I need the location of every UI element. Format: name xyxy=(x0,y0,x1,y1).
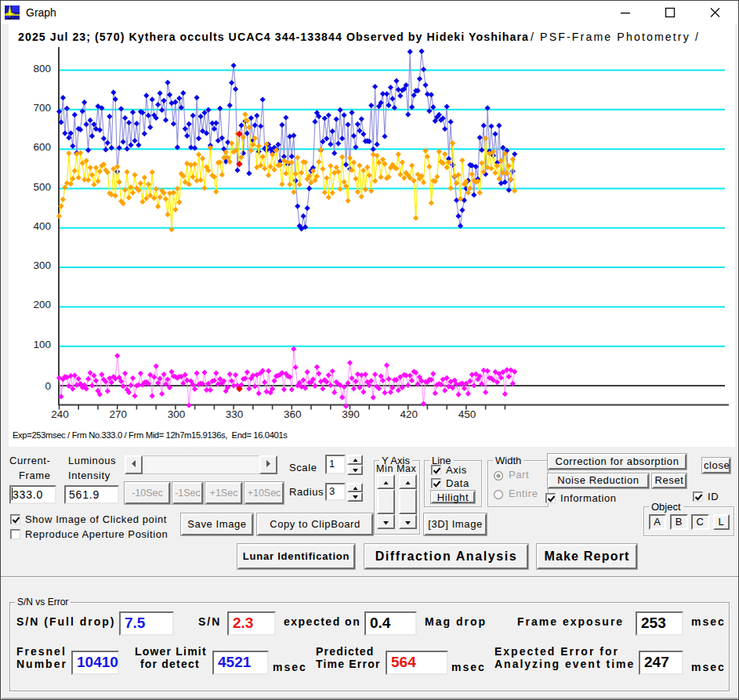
svg-text:2025 Jul 23; (570) Kythera occ: 2025 Jul 23; (570) Kythera occults UCAC4… xyxy=(18,31,529,43)
svg-text:300: 300 xyxy=(33,259,51,271)
svg-text:Exp=253msec / Frm No.333.0 / F: Exp=253msec / Frm No.333.0 / Frm Mid= 12… xyxy=(13,430,288,440)
svg-text:700: 700 xyxy=(33,102,51,114)
svg-text:800: 800 xyxy=(33,63,51,74)
svg-text:200: 200 xyxy=(33,299,51,310)
svg-text:420: 420 xyxy=(400,408,418,420)
svg-text:390: 390 xyxy=(342,408,360,420)
svg-text:500: 500 xyxy=(33,181,51,193)
svg-text:330: 330 xyxy=(226,408,244,420)
svg-text:240: 240 xyxy=(51,408,69,420)
svg-text:450: 450 xyxy=(458,408,476,420)
svg-text:400: 400 xyxy=(33,220,51,232)
svg-text:600: 600 xyxy=(33,141,51,153)
svg-text:270: 270 xyxy=(109,408,127,420)
svg-text:360: 360 xyxy=(284,408,302,420)
svg-text:/ PSF-Frame Photometry /: / PSF-Frame Photometry / xyxy=(531,31,700,43)
svg-text:100: 100 xyxy=(33,339,51,350)
svg-text:0: 0 xyxy=(45,380,51,392)
svg-text:300: 300 xyxy=(168,408,186,420)
